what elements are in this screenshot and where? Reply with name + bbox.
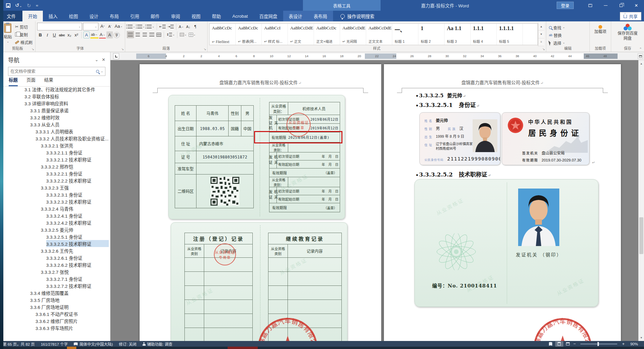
- zoom-in-button[interactable]: +: [621, 341, 626, 346]
- nav-tree-item[interactable]: ◢ 3.3.2 维修时效: [30, 114, 109, 121]
- clipboard-dialog-launcher[interactable]: ↘: [31, 48, 34, 51]
- character-shading-button[interactable]: A: [106, 31, 113, 38]
- superscript-button[interactable]: x²: [73, 31, 80, 38]
- line-spacing-button[interactable]: ⇕⌄: [166, 31, 175, 38]
- nav-tree-item[interactable]: ◢ 3.3.3.2.5.1 身份证: [46, 233, 109, 240]
- format-painter-button[interactable]: 格式刷: [14, 39, 33, 45]
- bold-button[interactable]: B: [37, 31, 44, 38]
- word-count[interactable]: 161/27817 个字: [41, 341, 68, 347]
- copy-button[interactable]: 复制: [14, 31, 33, 38]
- ribbon-tab[interactable]: 设计: [84, 11, 104, 21]
- subscript-button[interactable]: x₂: [66, 31, 73, 38]
- redo-button[interactable]: ↻: [27, 3, 31, 8]
- gallery-more-icon[interactable]: ≡: [538, 38, 544, 46]
- find-button[interactable]: 查找⌄: [548, 24, 588, 31]
- borders-button[interactable]: ⌄: [188, 31, 196, 38]
- replace-button[interactable]: ab替换: [548, 32, 588, 38]
- justify-button[interactable]: [149, 31, 155, 38]
- change-case-button[interactable]: Aa⌄: [114, 23, 123, 30]
- ribbon-tab[interactable]: 引用: [125, 11, 145, 21]
- customize-qat-icon[interactable]: ≂: [36, 4, 38, 7]
- nav-tree-item[interactable]: ◢ 3.3.3.2.3.2 技术职称证: [46, 198, 109, 205]
- sort-button[interactable]: A↓: [185, 23, 191, 30]
- undo-button[interactable]: ↺⌄: [15, 2, 22, 8]
- nav-tree-item[interactable]: ◢ 3.3.3.2.5 姜元帅: [41, 226, 109, 233]
- nav-tree-item[interactable]: ◢ 3.2 非联合体投标: [24, 93, 109, 100]
- paste-button[interactable]: 粘贴 ⌄: [2, 23, 14, 46]
- accessibility-status[interactable]: 辅助功能: 调查: [143, 341, 172, 347]
- addins-button[interactable]: 加载项: [591, 23, 609, 34]
- paragraph-dialog-launcher[interactable]: ↘: [204, 48, 206, 51]
- read-mode-button[interactable]: [547, 341, 555, 347]
- proofing-status[interactable]: 简体中文(中国大陆): [74, 341, 113, 347]
- nav-tree-item[interactable]: ◢ 3.3.3.2.6.1 身份证: [46, 254, 109, 261]
- style-card[interactable]: Aa 1.1 标题 3: [445, 24, 471, 45]
- style-card[interactable]: AaBbCcDdE ↵ 正文: [288, 24, 314, 45]
- nav-tree-item[interactable]: ◢ 3.3.3.1 人员明细表: [35, 128, 109, 135]
- enclose-characters-button[interactable]: 字: [113, 32, 120, 38]
- nav-tree-item[interactable]: ◢ 3.3.3.2.2 邢祚恺: [41, 163, 109, 170]
- document-canvas[interactable]: 盘锦嘉力嘉汽车销售有限公司-投标文件↵ 从业资格证 从业资格证 姓 名 马青伟 …: [110, 60, 644, 341]
- style-card[interactable]: 1 标题 2: [418, 24, 445, 45]
- navigation-tab[interactable]: 标题: [9, 76, 18, 86]
- save-icon[interactable]: [6, 3, 10, 8]
- ribbon-tab[interactable]: 审阅: [165, 11, 186, 21]
- italic-button[interactable]: I: [44, 31, 51, 38]
- font-color-button[interactable]: A⌄: [99, 31, 106, 38]
- shrink-font-button[interactable]: Aˇ: [107, 23, 113, 30]
- ribbon-tab[interactable]: 百度网盘: [254, 11, 283, 21]
- ribbon-tab[interactable]: 邮件: [145, 11, 165, 21]
- increase-indent-button[interactable]: ⇥: [167, 23, 174, 30]
- ribbon-tab[interactable]: 绘图: [63, 11, 84, 21]
- highlight-color-button[interactable]: ab⌄: [90, 31, 98, 38]
- scroll-down-icon[interactable]: ▼: [639, 335, 644, 340]
- asian-layout-button[interactable]: A⌄: [178, 23, 184, 30]
- text-effects-button[interactable]: A: [83, 31, 90, 38]
- ribbon-tab[interactable]: 插入: [43, 11, 63, 21]
- style-card[interactable]: 1.1.1 标题 4: [471, 24, 497, 45]
- underline-button[interactable]: U: [51, 31, 58, 38]
- nav-tree-item[interactable]: ◢ 3.3.4 维修范围覆盖: [30, 289, 109, 296]
- ribbon-display-options-button[interactable]: ˄: [582, 0, 598, 11]
- nav-tree-item[interactable]: ◢ 3.3.5 厂房场地: [30, 296, 109, 303]
- multilevel-list-button[interactable]: ⌄: [146, 23, 155, 30]
- nav-tree-item[interactable]: ◢ 3.3.3.2.4 马青伟: [41, 205, 109, 212]
- ribbon-tab[interactable]: Acrobat: [227, 11, 254, 21]
- undo-caret-icon[interactable]: ⌄: [19, 4, 22, 8]
- zoom-slider-thumb[interactable]: [597, 342, 599, 346]
- ribbon-tab[interactable]: 布局: [104, 11, 125, 21]
- nav-tree-item[interactable]: ◢ 3.3.3.2.1.2 技术职称证: [46, 156, 109, 163]
- search-icon[interactable]: [96, 70, 99, 73]
- nav-tree-item[interactable]: ◢ 3.3.3.2.3.1 身份证: [46, 191, 109, 198]
- ribbon-tab[interactable]: 帮助: [206, 11, 227, 21]
- style-card[interactable]: AaBbCcDdE 正文文本: [366, 24, 392, 45]
- gallery-up-icon[interactable]: ▲: [538, 23, 544, 30]
- align-left-button[interactable]: [127, 31, 134, 38]
- vertical-scrollbar[interactable]: ▲ ▼: [638, 60, 644, 341]
- strikethrough-button[interactable]: abc: [58, 31, 66, 38]
- web-layout-button[interactable]: [564, 341, 572, 347]
- page-1[interactable]: 盘锦嘉力嘉汽车销售有限公司-投标文件↵ 从业资格证 从业资格证 姓 名 马青伟 …: [140, 64, 381, 341]
- ribbon-tab[interactable]: 开始: [22, 11, 43, 21]
- decrease-indent-button[interactable]: ⇤: [159, 23, 166, 30]
- page-2[interactable]: 盘锦嘉力嘉汽车销售有限公司-投标文件↵ ▪3.3.3.2.5 姜元帅↵ ▪3.3…: [384, 64, 621, 341]
- style-card[interactable]: AaBbCcDc ↵ Fließtext: [210, 24, 236, 45]
- navigation-tab[interactable]: 结果: [44, 76, 53, 86]
- minimize-button[interactable]: [598, 0, 613, 11]
- navigation-tab[interactable]: 页面: [26, 76, 35, 86]
- nav-tree-item[interactable]: ◢ 3.3.3.2.7.1 身份证: [46, 275, 109, 282]
- contextual-tab[interactable]: 表布局: [308, 11, 333, 21]
- horizontal-ruler[interactable]: 6422468101214161820222426283032343638404…: [136, 53, 618, 59]
- style-card[interactable]: 1.1.1.1 标题 5: [497, 24, 523, 45]
- zoom-percentage[interactable]: 90%: [626, 342, 638, 346]
- nav-tree-item[interactable]: ◢ 3.3.3.2.4.2 技术职称证: [46, 219, 109, 226]
- print-layout-button[interactable]: [555, 341, 563, 347]
- restore-button[interactable]: [613, 0, 629, 11]
- font-name-combo[interactable]: ⌄: [37, 23, 82, 30]
- shading-button[interactable]: ⌄: [179, 31, 187, 38]
- nav-tree-item[interactable]: ◢ 3.3.3.2.5.2 技术职称证: [46, 240, 109, 247]
- nav-tree-item[interactable]: ◢ 3.3.6.1 不动产权证书: [35, 310, 109, 317]
- share-button[interactable]: 共享: [620, 12, 641, 20]
- grow-font-button[interactable]: A^: [99, 23, 106, 30]
- tab-file[interactable]: 文件: [0, 11, 22, 21]
